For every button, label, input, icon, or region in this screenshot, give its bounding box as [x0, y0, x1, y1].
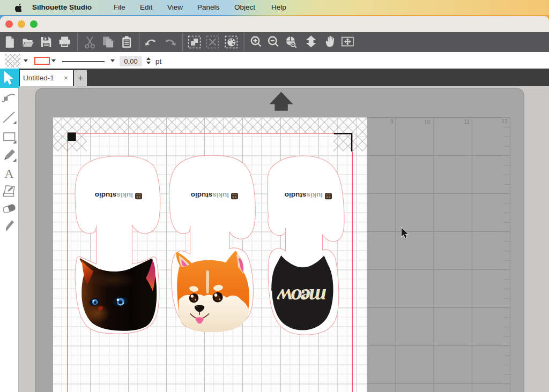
svg-text:lukisstudio: lukisstudio [191, 191, 229, 199]
svg-text:lukisstudio: lukisstudio [95, 191, 133, 199]
svg-text:10: 10 [424, 119, 431, 125]
svg-text:9: 9 [390, 119, 394, 125]
svg-text:12: 12 [501, 118, 508, 124]
svg-text:meow: meow [277, 284, 327, 310]
svg-text:A: A [4, 167, 14, 180]
svg-text:lukisstudio: lukisstudio [285, 191, 323, 199]
svg-text:11: 11 [464, 119, 470, 125]
